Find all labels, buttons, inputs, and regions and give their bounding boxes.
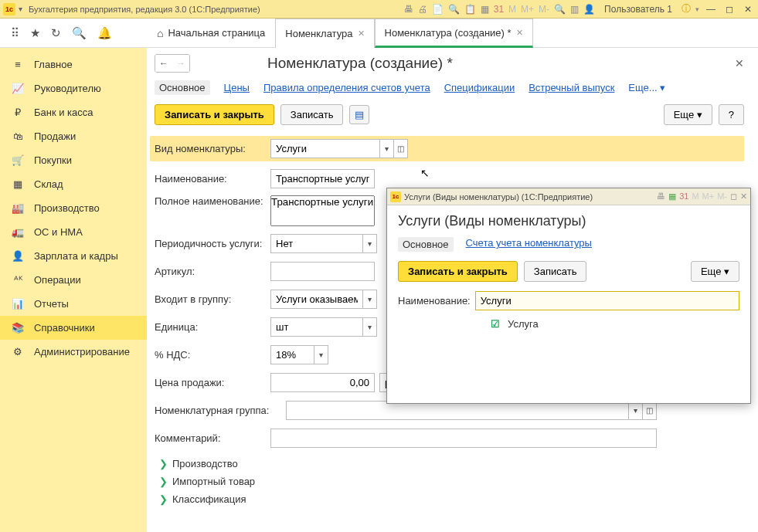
close-page-icon[interactable]: ✕ <box>735 57 744 69</box>
ruble-icon: ₽ <box>11 107 25 118</box>
mplus-icon[interactable]: M+ <box>521 4 534 15</box>
modal-name-input[interactable] <box>475 291 739 310</box>
list-button[interactable]: ▤ <box>349 105 369 124</box>
search-icon[interactable]: 🔍 <box>72 26 87 40</box>
sidebar-item-manager[interactable]: 📈Руководителю <box>0 76 147 100</box>
sidebar-item-sales[interactable]: 🛍Продажи <box>0 124 147 148</box>
star-icon[interactable]: ★ <box>30 26 40 40</box>
bell-icon[interactable]: 🔔 <box>97 26 112 40</box>
combo-period: ▾ <box>270 234 377 253</box>
link-specs[interactable]: Спецификации <box>444 82 515 93</box>
mminus-icon[interactable]: M- <box>717 191 727 202</box>
nds-input[interactable] <box>271 346 314 364</box>
checkbox-checked-icon[interactable]: ☑ <box>491 318 500 330</box>
group-input[interactable] <box>271 290 362 308</box>
back-button[interactable]: ← <box>155 55 172 72</box>
tab-home[interactable]: ⌂ Начальная страница <box>147 19 275 47</box>
artikul-input[interactable] <box>270 262 375 281</box>
close-modal-icon[interactable]: ✕ <box>740 191 747 202</box>
expand-import[interactable]: ❯Импортный товар <box>155 473 744 490</box>
link-accounts[interactable]: Правила определения счетов учета <box>263 82 430 93</box>
calendar-icon[interactable]: 31 <box>679 191 688 202</box>
sidebar-item-operations[interactable]: ᴬᴷОперации <box>0 268 147 292</box>
modal-more-button[interactable]: Еще ▾ <box>691 261 739 282</box>
dropdown-icon[interactable]: ▾ <box>362 235 376 252</box>
print-preview-icon[interactable]: 🖶 <box>404 4 413 15</box>
unit-input[interactable] <box>271 318 362 336</box>
save-button[interactable]: Записать <box>280 104 344 125</box>
sidebar-item-catalogs[interactable]: 📚Справочники <box>0 316 147 340</box>
sidebar-item-purchases[interactable]: 🛒Покупки <box>0 148 147 172</box>
tab-nomenclature-create[interactable]: Номенклатура (создание) * ✕ <box>375 19 533 48</box>
mminus-icon[interactable]: M- <box>539 4 549 15</box>
tab-close-icon[interactable]: ✕ <box>358 29 365 39</box>
sidebar-item-main[interactable]: ≡Главное <box>0 53 147 76</box>
copy-icon[interactable]: 📋 <box>464 4 476 15</box>
expand-production[interactable]: ❯Производство <box>155 455 744 473</box>
fullname-input[interactable] <box>270 195 375 226</box>
type-input[interactable] <box>271 140 379 158</box>
compare-icon[interactable]: 🔍 <box>448 4 460 15</box>
calc-icon[interactable]: ▦ <box>481 4 489 15</box>
label-period: Периодичность услуги: <box>155 238 270 249</box>
modal-label-name: Наименование: <box>398 295 471 307</box>
maximize-icon[interactable]: ◻ <box>722 4 736 15</box>
close-window-icon[interactable]: ✕ <box>741 4 755 15</box>
sidebar-item-reports[interactable]: 📊Отчеты <box>0 292 147 316</box>
info-dd-icon[interactable]: ▾ <box>695 5 699 13</box>
zoom-icon[interactable]: 🔍 <box>554 4 566 15</box>
save-close-button[interactable]: Записать и закрыть <box>155 104 274 125</box>
modal-save-button[interactable]: Записать <box>524 261 587 282</box>
link-main[interactable]: Основное <box>155 80 210 95</box>
link-counter[interactable]: Встречный выпуск <box>529 82 614 93</box>
maximize-icon[interactable]: ◻ <box>730 191 737 202</box>
history-icon[interactable]: ↻ <box>51 26 61 40</box>
calc-icon[interactable]: ▦ <box>668 191 676 202</box>
dropdown-icon[interactable]: ▾ <box>314 346 328 364</box>
dropdown-icon[interactable]: ▾ <box>362 290 376 308</box>
expand-classification[interactable]: ❯Классификация <box>155 490 744 508</box>
modal-link-main[interactable]: Основное <box>398 237 454 252</box>
m-icon[interactable]: M <box>692 191 699 202</box>
mplus-icon[interactable]: M+ <box>702 191 715 202</box>
modal-save-close-button[interactable]: Записать и закрыть <box>398 261 518 282</box>
tab-nomenclature[interactable]: Номенклатура ✕ <box>275 19 374 48</box>
app-menu-dropdown-icon[interactable]: ▾ <box>19 5 22 13</box>
calendar-icon[interactable]: 31 <box>494 4 504 15</box>
app-logo-icon: 1c <box>3 3 15 15</box>
dropdown-icon[interactable]: ▾ <box>379 140 393 158</box>
sidebar-item-label: Главное <box>34 59 73 70</box>
sidebar-item-assets[interactable]: 🚛ОС и НМА <box>0 220 147 244</box>
open-ref-icon[interactable]: ◫ <box>393 140 407 158</box>
m-icon[interactable]: M <box>508 4 516 15</box>
link-more[interactable]: Еще... ▾ <box>628 82 665 93</box>
period-input[interactable] <box>271 235 362 252</box>
label-nomgroup: Номенклатурная группа: <box>155 405 286 416</box>
user-label[interactable]: Пользователь 1 <box>604 4 672 15</box>
sidebar-item-production[interactable]: 🏭Производство <box>0 196 147 220</box>
forward-button[interactable]: → <box>172 55 189 72</box>
sidebar-item-label: Продажи <box>34 130 76 142</box>
sidebar-item-salary[interactable]: 👤Зарплата и кадры <box>0 244 147 268</box>
combo-unit: ▾ <box>270 317 377 337</box>
sidebar-item-label: Производство <box>34 202 100 214</box>
modal-link-accounts[interactable]: Счета учета номенклатуры <box>466 237 592 252</box>
sidebar-item-bank[interactable]: ₽Банк и касса <box>0 100 147 124</box>
info-icon[interactable]: ⓘ <box>682 2 691 15</box>
tab-close-icon[interactable]: ✕ <box>516 28 523 38</box>
comment-input[interactable] <box>270 429 657 448</box>
more-button[interactable]: Еще ▾ <box>664 104 712 125</box>
favorites-icon[interactable]: ▥ <box>570 4 579 15</box>
help-button[interactable]: ? <box>719 104 744 125</box>
dropdown-icon[interactable]: ▾ <box>362 318 376 336</box>
link-prices[interactable]: Цены <box>224 82 250 93</box>
sidebar-item-warehouse[interactable]: ▦Склад <box>0 172 147 196</box>
print-icon[interactable]: 🖶 <box>657 191 665 202</box>
minimize-icon[interactable]: — <box>704 4 718 15</box>
price-input[interactable] <box>270 373 375 392</box>
sidebar-item-admin[interactable]: ⚙Администрирование <box>0 340 147 364</box>
doc-icon[interactable]: 📄 <box>432 4 444 15</box>
apps-icon[interactable]: ⠿ <box>11 26 19 40</box>
print-icon[interactable]: 🖨 <box>418 4 427 15</box>
name-input[interactable] <box>270 169 375 188</box>
